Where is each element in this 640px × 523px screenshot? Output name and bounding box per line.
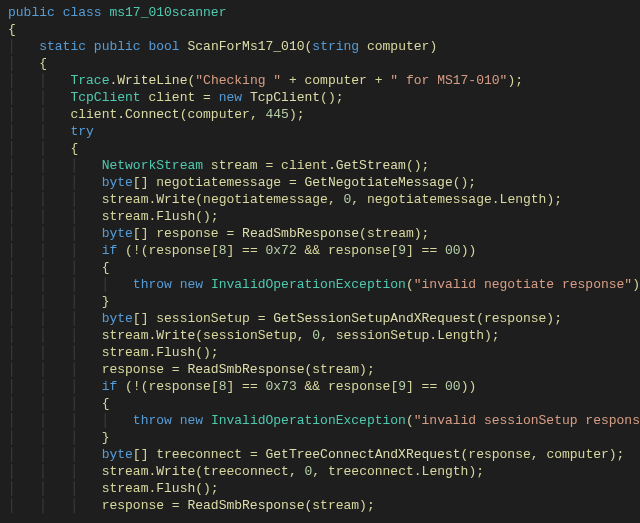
code-line: { — [8, 22, 16, 37]
code-line: │ │ │ stream.Flush(); — [8, 209, 219, 224]
code-line: │ │ │ stream.Flush(); — [8, 345, 219, 360]
code-line: │ │ │ { — [8, 396, 109, 411]
code-line: │ │ │ if (!(response[8] == 0x72 && respo… — [8, 243, 476, 258]
code-line: │ │ │ } — [8, 430, 109, 445]
code-line: │ │ │ { — [8, 260, 109, 275]
code-line: │ │ │ } — [8, 294, 109, 309]
code-line: │ │ Trace.WriteLine("Checking " + comput… — [8, 73, 523, 88]
code-line: │ │ { — [8, 141, 78, 156]
code-line: │ { — [8, 56, 47, 71]
code-line: │ │ client.Connect(computer, 445); — [8, 107, 305, 122]
code-line: │ │ │ byte[] sessionSetup = GetSessionSe… — [8, 311, 562, 326]
code-line: │ │ TcpClient client = new TcpClient(); — [8, 90, 344, 105]
code-block: public class ms17_010scanner { │ static … — [0, 0, 640, 522]
code-line: │ static public bool ScanForMs17_010(str… — [8, 39, 437, 54]
code-line: │ │ │ response = ReadSmbResponse(stream)… — [8, 362, 375, 377]
code-line: │ │ │ NetworkStream stream = client.GetS… — [8, 158, 429, 173]
code-line: │ │ │ │ throw new InvalidOperationExcept… — [8, 277, 640, 292]
code-line: │ │ │ response = ReadSmbResponse(stream)… — [8, 498, 375, 513]
code-line: │ │ │ stream.Write(sessionSetup, 0, sess… — [8, 328, 500, 343]
code-line: │ │ │ stream.Flush(); — [8, 481, 219, 496]
code-line: │ │ │ stream.Write(negotiatemessage, 0, … — [8, 192, 562, 207]
code-line: │ │ try — [8, 124, 94, 139]
code-line: │ │ │ byte[] response = ReadSmbResponse(… — [8, 226, 429, 241]
code-line: │ │ │ byte[] treeconnect = GetTreeConnec… — [8, 447, 624, 462]
code-line: public class ms17_010scanner — [8, 5, 226, 20]
code-line: │ │ │ │ throw new InvalidOperationExcept… — [8, 413, 640, 428]
code-line: │ │ │ if (!(response[8] == 0x73 && respo… — [8, 379, 476, 394]
code-line: │ │ │ byte[] negotiatemessage = GetNegot… — [8, 175, 476, 190]
code-line: │ │ │ stream.Write(treeconnect, 0, treec… — [8, 464, 484, 479]
